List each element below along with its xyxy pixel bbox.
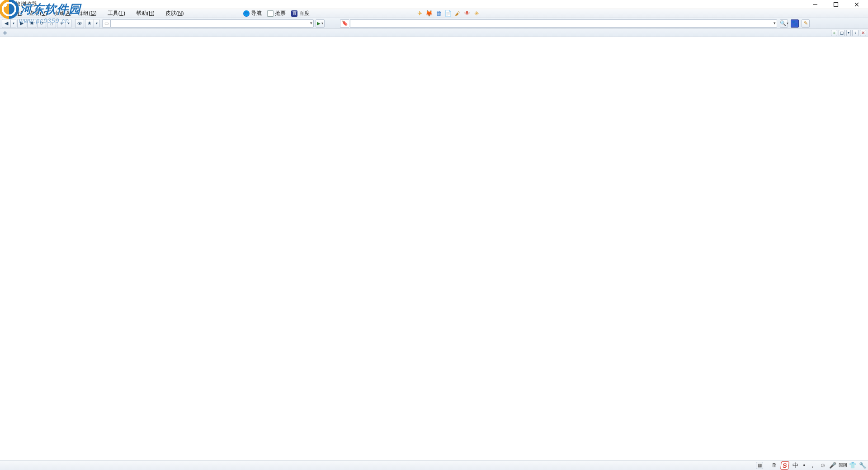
ime-emoji-icon[interactable]: ☺ <box>819 462 826 469</box>
plane-icon[interactable]: ✈ <box>416 10 423 17</box>
svg-rect-1 <box>834 2 838 6</box>
menu-skin[interactable]: 皮肤(N) <box>162 9 187 18</box>
globe-icon: 🌐 <box>243 10 250 17</box>
new-tab-button[interactable]: ＋ <box>2 30 8 36</box>
tab-controls: ＋ ◻ ▾ ‹ ✕ <box>831 30 866 36</box>
window-title: 蚂蚁浏览器 <box>10 0 37 8</box>
menu-tools[interactable]: 工具(T) <box>104 9 128 18</box>
address-input[interactable]: ▾ <box>110 19 314 28</box>
newtab-dropdown[interactable]: ▾ <box>66 19 71 28</box>
menu-fav[interactable]: 收藏(A) <box>50 9 75 18</box>
brush-icon[interactable]: 🖌 <box>454 10 461 17</box>
home-button[interactable]: ⌂ <box>47 19 56 28</box>
qzone-icon[interactable]: ✳ <box>473 10 480 17</box>
tab-close-button[interactable]: ✕ <box>860 30 866 36</box>
window-titlebar: ● 蚂蚁浏览器 <box>0 0 868 9</box>
trash-icon[interactable]: 🗑 <box>435 10 442 17</box>
sogou-ime-icon[interactable]: S <box>780 461 789 470</box>
menu-group[interactable]: 群组(G) <box>75 9 99 18</box>
quicklink-grab[interactable]: 抢票 <box>265 9 288 18</box>
baidu-icon: 百 <box>291 10 297 17</box>
tabstrip: ＋ ＋ ◻ ▾ ‹ ✕ <box>0 29 868 37</box>
bookmark-button[interactable]: ★ <box>85 19 94 28</box>
stop-button[interactable]: ✖ <box>27 19 36 28</box>
search-engine-icon[interactable]: 🔖 <box>340 19 349 28</box>
quicklink-baidu[interactable]: 百百度 <box>289 9 312 18</box>
weibo-icon[interactable]: 👁 <box>463 10 471 17</box>
page-icon <box>267 10 274 17</box>
quicklink-nav[interactable]: 🌐导航 <box>241 9 264 18</box>
addressbar-wrap: ▭ ▾ ▶▾ <box>102 19 325 28</box>
ime-dot[interactable]: • <box>802 462 806 469</box>
baidu-paw-button[interactable]: 🐾 <box>791 19 799 28</box>
privacy-button[interactable]: 👁 <box>75 19 84 28</box>
address-dropdown-icon[interactable]: ▾ <box>310 21 312 25</box>
page-content <box>0 37 868 460</box>
address-page-icon: ▭ <box>102 19 110 28</box>
back-dropdown[interactable]: ▾ <box>11 19 16 28</box>
back-button[interactable]: ◀ <box>2 19 11 28</box>
menu-bar: 文件(F) 查看(V) 收藏(A) 群组(G) 工具(T) 帮助(H) 皮肤(N… <box>0 9 868 18</box>
status-doc-icon[interactable]: 🗎 <box>771 462 778 469</box>
ime-settings-icon[interactable]: 🔧 <box>859 462 866 469</box>
app-icon: ● <box>2 1 8 8</box>
tab-add-button[interactable]: ＋ <box>831 30 837 36</box>
search-input[interactable]: ▾ <box>350 19 777 28</box>
ime-keyboard-icon[interactable]: ⌨ <box>839 462 846 469</box>
quicklinks: 🌐导航 抢票 百百度 <box>241 9 312 18</box>
ime-mic-icon[interactable]: 🎤 <box>829 462 836 469</box>
firefox-icon[interactable]: 🦊 <box>425 10 433 17</box>
refresh-button[interactable]: ⟳ <box>37 19 46 28</box>
close-button[interactable] <box>846 0 867 9</box>
tab-list-dropdown[interactable]: ▾ <box>846 30 851 36</box>
edit-button[interactable]: ✎ <box>802 19 810 28</box>
page-icon[interactable]: 📄 <box>444 10 452 17</box>
ime-skin-icon[interactable]: 👕 <box>849 462 856 469</box>
tab-restore-button[interactable]: ◻ <box>839 30 845 36</box>
menu-help[interactable]: 帮助(H) <box>133 9 158 18</box>
status-bar: ▦ 🗎 S 中 • ， ☺ 🎤 ⌨ 👕 🔧 <box>0 460 868 470</box>
maximize-button[interactable] <box>826 0 846 9</box>
menu-file[interactable]: 文件(F) <box>2 9 26 18</box>
newtab-button[interactable]: ＋ <box>57 19 66 28</box>
search-dropdown-icon[interactable]: ▾ <box>774 21 776 25</box>
minimize-button[interactable] <box>805 0 826 9</box>
menu-iconrow: ✈ 🦊 🗑 📄 🖌 👁 ✳ <box>416 10 480 17</box>
search-button[interactable]: 🔍▾ <box>780 19 788 28</box>
ime-lang[interactable]: 中 <box>792 461 799 470</box>
menu-view[interactable]: 查看(V) <box>26 9 50 18</box>
toolbar: ◀ ▾ ▶ ✖ ⟳ ⌂ ＋ ▾ 👁 ★ ▾ ▭ ▾ ▶▾ 🔖 ▾ 🔍▾ 🐾 ✎ <box>0 18 868 29</box>
go-button[interactable]: ▶▾ <box>316 19 325 28</box>
ime-comma[interactable]: ， <box>809 461 816 470</box>
forward-button[interactable]: ▶ <box>17 19 26 28</box>
status-layout-icon[interactable]: ▦ <box>756 462 763 469</box>
tab-prev-button[interactable]: ‹ <box>852 30 859 36</box>
bookmark-dropdown[interactable]: ▾ <box>94 19 99 28</box>
